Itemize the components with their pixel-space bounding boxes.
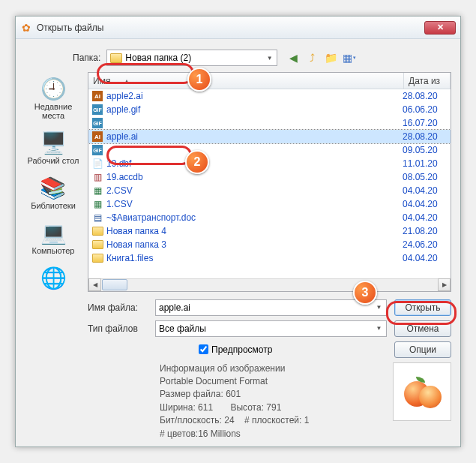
chevron-down-icon: ▼ [373,323,385,335]
file-row[interactable]: Новая папка 324.06.20 [88,238,451,251]
view-menu-button[interactable]: ▦▾ [341,50,358,66]
column-name[interactable]: Имя [88,73,404,89]
file-icon: ▦ [91,185,103,197]
file-icon: AI [91,90,103,102]
chevron-down-icon: ▼ [264,52,275,64]
file-date: 04.04.20 [403,185,448,196]
app-icon: ✿ [20,22,32,34]
scroll-thumb[interactable] [102,279,127,290]
file-icon: GIF [91,144,103,156]
file-icon [91,225,103,237]
file-row[interactable]: ▤~$Авиатранспорт.doc04.04.20 [88,211,451,224]
place-libraries[interactable]: 📚Библиотеки [31,176,76,210]
place-network[interactable]: 🌐 [41,266,65,291]
file-name: 19.accdb [106,172,403,182]
preview-checkbox[interactable]: Предпросмотр [199,344,272,355]
column-date[interactable]: Дата из [404,73,451,89]
titlebar: ✿ Открыть файлы ✕ [16,17,460,39]
folder-icon [110,53,122,63]
scroll-left-icon[interactable]: ◀ [88,278,101,291]
annotation-badge-3: 3 [353,281,377,305]
open-button[interactable]: Открыть [394,299,451,316]
file-row[interactable]: GIF09.05.20 [88,143,451,157]
file-row[interactable]: ▦1.CSV04.04.20 [88,197,451,211]
file-row[interactable]: Новая папка 421.08.20 [88,224,451,238]
open-file-dialog: ✿ Открыть файлы ✕ Папка: Новая папка (2)… [15,16,461,447]
file-row[interactable]: ▦2.CSV04.04.20 [88,184,451,197]
file-name: 1.CSV [106,199,403,209]
file-icon: ▤ [91,212,103,224]
file-date: 24.06.20 [403,239,448,250]
file-row[interactable]: GIF16.07.20 [88,116,451,130]
file-date: 28.08.20 [403,131,448,142]
file-name: ~$Авиатранспорт.doc [106,212,403,223]
file-icon: ▥ [91,171,103,183]
file-icon: ▦ [91,198,103,210]
place-recent[interactable]: 🕘Недавние места [25,77,82,120]
file-name: apple2.ai [106,91,403,101]
filename-input[interactable]: apple.ai▼ [155,299,387,316]
place-desktop[interactable]: 🖥️Рабочий стол [27,131,79,165]
preview-thumbnail [393,362,451,421]
file-date: 06.06.20 [403,104,448,115]
options-button[interactable]: Опции [394,341,451,358]
file-row[interactable]: ▥19.accdb08.05.20 [88,170,451,184]
filetype-label: Тип файлов [88,323,148,334]
annotation-badge-2: 2 [185,150,209,174]
file-icon: GIF [91,117,103,129]
folder-label: Папка: [73,53,100,63]
scroll-right-icon[interactable]: ▶ [438,278,451,291]
file-date: 16.07.20 [403,118,448,128]
chevron-down-icon: ▼ [373,302,385,314]
file-name: apple.gif [106,104,403,115]
filename-label: Имя файла: [88,302,148,313]
file-icon: GIF [91,104,103,116]
place-computer[interactable]: 💻Компьютер [32,221,75,255]
new-folder-button[interactable]: 📁 [322,50,339,66]
file-date: 11.01.20 [403,158,448,169]
annotation-badge-1: 1 [187,68,211,92]
window-title: Открыть файлы [37,23,424,33]
places-bar: 🕘Недавние места 🖥️Рабочий стол 📚Библиоте… [25,72,82,440]
file-row[interactable]: GIFapple.gif06.06.20 [88,103,451,116]
file-row[interactable]: Книга1.files04.04.20 [88,251,451,265]
file-date: 04.04.20 [403,253,448,263]
file-date: 09.05.20 [403,145,448,155]
file-row[interactable]: 📄19.dbf11.01.20 [88,157,451,170]
file-icon [91,252,103,264]
file-icon: AI [91,131,103,143]
file-name: Книга1.files [106,253,403,263]
file-date: 21.08.20 [403,226,448,236]
file-name: 2.CSV [106,185,403,196]
folder-current: Новая папка (2) [125,53,191,63]
file-icon [91,239,103,251]
back-button[interactable]: ◀ [285,50,301,66]
file-date: 04.04.20 [403,199,448,209]
file-list: Имя Дата из AIapple2.ai28.08.20GIFapple.… [88,72,451,292]
up-button[interactable]: ⤴ [304,50,320,66]
folder-combo[interactable]: Новая папка (2) ▼ [106,50,277,66]
file-name: 19.dbf [106,158,403,169]
file-date: 28.08.20 [403,91,448,101]
file-icon: 📄 [91,158,103,170]
file-row[interactable]: AIapple.ai28.08.20 [88,130,451,143]
file-date: 08.05.20 [403,172,448,182]
close-button[interactable]: ✕ [424,21,456,35]
file-date: 04.04.20 [403,212,448,223]
filetype-select[interactable]: Все файлы▼ [155,320,387,337]
file-row[interactable]: AIapple2.ai28.08.20 [88,89,451,103]
horizontal-scrollbar[interactable]: ◀ ▶ [88,278,451,291]
file-name: apple.ai [106,131,403,142]
image-info: Информация об изображении Portable Docum… [160,362,385,440]
cancel-button[interactable]: Отмена [394,320,451,337]
file-name: Новая папка 3 [106,239,403,250]
file-name: Новая папка 4 [106,226,403,236]
